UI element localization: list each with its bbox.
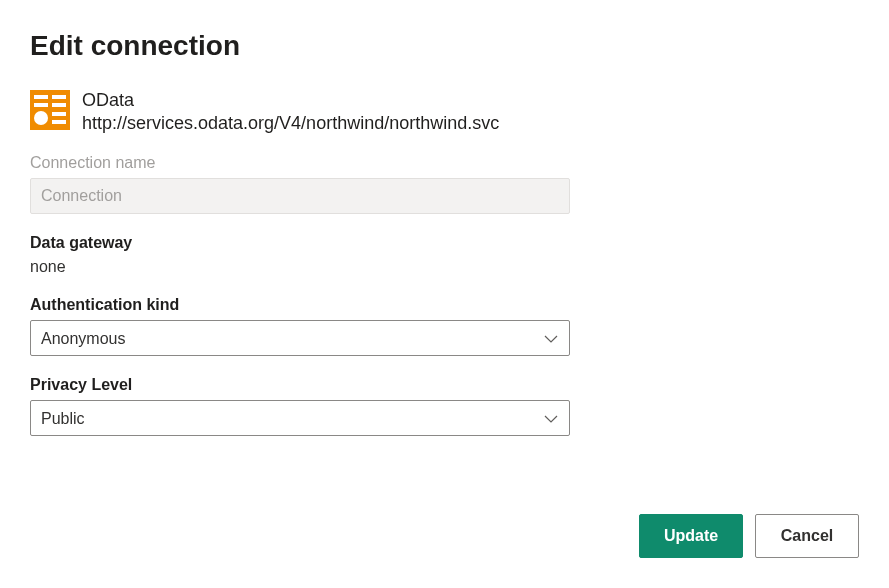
svg-rect-7 <box>52 120 66 124</box>
svg-rect-6 <box>52 112 66 116</box>
page-title: Edit connection <box>30 30 859 62</box>
svg-point-5 <box>34 111 48 125</box>
update-button[interactable]: Update <box>639 514 743 558</box>
svg-rect-3 <box>34 103 48 107</box>
connection-name-label: Connection name <box>30 154 859 172</box>
authentication-kind-label: Authentication kind <box>30 296 859 314</box>
svg-rect-4 <box>52 103 66 107</box>
connection-url: http://services.odata.org/V4/northwind/n… <box>82 113 499 134</box>
connection-name-input[interactable] <box>30 178 570 214</box>
authentication-kind-select[interactable]: Anonymous <box>30 320 570 356</box>
cancel-button[interactable]: Cancel <box>755 514 859 558</box>
svg-rect-2 <box>52 95 66 99</box>
authentication-kind-field: Authentication kind Anonymous <box>30 296 859 356</box>
data-gateway-field: Data gateway none <box>30 234 859 276</box>
privacy-level-label: Privacy Level <box>30 376 859 394</box>
connection-header: OData http://services.odata.org/V4/north… <box>30 90 859 134</box>
privacy-level-field: Privacy Level Public <box>30 376 859 436</box>
odata-icon <box>30 90 70 130</box>
data-gateway-value: none <box>30 258 859 276</box>
connection-name-field: Connection name <box>30 154 859 214</box>
privacy-level-select[interactable]: Public <box>30 400 570 436</box>
svg-rect-1 <box>34 95 48 99</box>
connection-type-label: OData <box>82 90 499 111</box>
dialog-actions: Update Cancel <box>639 514 859 558</box>
data-gateway-label: Data gateway <box>30 234 859 252</box>
